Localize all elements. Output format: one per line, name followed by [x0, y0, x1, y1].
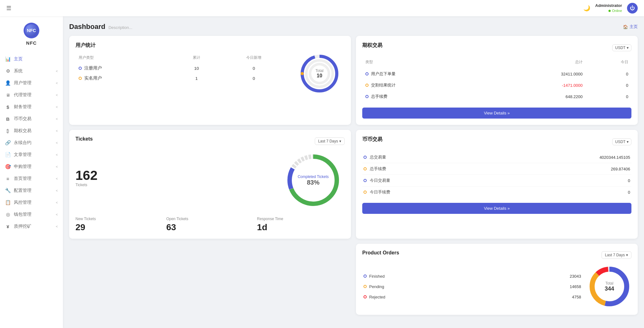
col-total: 累计: [175, 54, 219, 63]
main-content: Dashboard Description... 🏠 主页 用户统计: [63, 16, 644, 328]
response-time-val: 1d: [257, 222, 345, 232]
table-row: 实名用户 1 0: [76, 74, 289, 83]
sidebar-item-agent-mgmt[interactable]: 🖥 代理管理 <: [0, 89, 63, 101]
tickets-filter-label: Last 7 Days: [318, 139, 338, 143]
dark-mode-icon[interactable]: 🌙: [583, 5, 590, 12]
product-orders-time-filter[interactable]: Last 7 Days ▾: [602, 251, 631, 259]
options-currency-label: USDT: [615, 46, 625, 50]
options-total-3: 648.2200: [490, 91, 585, 102]
sidebar-item-mining[interactable]: ¥ 质押挖矿 <: [0, 220, 63, 232]
user-stats-table: 用户类型 累计 今日新增 注册: [75, 53, 289, 84]
coin-currency-select[interactable]: USDT ▾: [612, 138, 631, 145]
list-item: 总手续费 269.87406: [362, 163, 631, 175]
sidebar-label-wallet: 钱包管理: [14, 212, 56, 217]
options-col-today: 今日: [586, 58, 631, 68]
new-tickets-val: 29: [75, 222, 163, 232]
sidebar-item-perpetual[interactable]: 🔗 永续合约 <: [0, 137, 63, 149]
top-bar-right: 🌙 Administrator Online ⏻: [583, 3, 638, 14]
options-row-label: 用户总下单量: [371, 71, 396, 77]
product-orders-header: Product Orders Last 7 Days ▾: [362, 250, 631, 260]
chevron-icon: <: [56, 177, 58, 181]
tickets-pct: 83%: [298, 179, 329, 186]
menu-hamburger-icon[interactable]: ☰: [6, 5, 11, 12]
user-donut-container: Total 10: [299, 53, 340, 94]
tickets-count-label: Tickets: [75, 183, 275, 187]
dot-icon: [365, 95, 369, 98]
options-currency-select[interactable]: USDT ▾: [612, 44, 631, 51]
options-row-label: 交割结果统计: [371, 82, 396, 88]
perpetual-icon: 🔗: [5, 140, 11, 146]
home-breadcrumb-link[interactable]: 🏠 主页: [623, 24, 638, 30]
dot-orange-icon: [79, 77, 82, 80]
options-trading-card: 期权交易 USDT ▾ 类型 总计 今日: [356, 36, 638, 125]
top-bar: ☰ 🌙 Administrator Online ⏻: [0, 0, 644, 16]
sidebar-item-system[interactable]: ⚙ 系统 <: [0, 65, 63, 77]
product-orders-dropdown-icon: ▾: [626, 253, 628, 257]
risk-icon: 📋: [5, 200, 11, 205]
sidebar-logo: NFC NFC: [0, 23, 63, 46]
tickets-stat-response: Response Time 1d: [257, 217, 345, 232]
agent-mgmt-icon: 🖥: [5, 93, 11, 97]
open-tickets-label: Open Tickets: [166, 217, 254, 221]
coin-currency-label: USDT: [615, 140, 625, 144]
sidebar-item-subscription[interactable]: 🎯 申购管理 <: [0, 161, 63, 173]
sidebar-item-homepage-mgmt[interactable]: ≡ 首页管理 <: [0, 173, 63, 185]
sidebar-item-coin-trade[interactable]: B 币币交易 <: [0, 113, 63, 125]
sidebar-label-finance: 财务管理: [14, 104, 56, 110]
sidebar-label-mining: 质押挖矿: [14, 224, 56, 229]
subscription-icon: 🎯: [5, 164, 11, 170]
options-view-details-button[interactable]: View Details »: [362, 108, 631, 119]
sidebar-label-homepage: 首页管理: [14, 176, 56, 181]
table-row: 用户总下单量 32411.0000 0: [363, 69, 631, 79]
config-icon: 🔧: [5, 188, 11, 193]
dot-blue-icon: [364, 156, 367, 159]
chevron-icon: <: [56, 201, 58, 204]
sidebar-item-config-mgmt[interactable]: 🔧 配置管理 <: [0, 185, 63, 197]
mining-icon: ¥: [5, 224, 11, 229]
dot-orange-icon: [364, 167, 367, 170]
options-header: 期权交易 USDT ▾: [362, 42, 631, 53]
sidebar-item-risk-mgmt[interactable]: 📋 风控管理 <: [0, 197, 63, 208]
tickets-count: 162: [75, 168, 275, 183]
list-item: 今日手续费 0: [362, 186, 631, 198]
options-today-1: 0: [586, 69, 631, 79]
sidebar-item-article-mgmt[interactable]: 📄 文章管理 <: [0, 149, 63, 161]
coin-stat-today-volume-label: 今日交易量: [370, 178, 628, 183]
sidebar-label-options: 期权交易: [14, 128, 56, 134]
page-description: Description...: [108, 25, 132, 30]
tickets-footer: New Tickets 29 Open Tickets 63 Response …: [75, 217, 345, 232]
tickets-inner: 162 Tickets: [75, 149, 345, 212]
product-orders-filter-label: Last 7 Days: [605, 253, 625, 257]
options-today-2: 0: [586, 80, 631, 91]
sidebar-item-options-trade[interactable]: ₿ 期权交易 <: [0, 125, 63, 137]
coin-view-details-button[interactable]: View Details »: [362, 203, 631, 214]
chevron-icon: <: [56, 141, 58, 145]
sidebar-label-article: 文章管理: [14, 152, 56, 158]
sidebar-item-wallet-mgmt[interactable]: ◎ 钱包管理 <: [0, 208, 63, 220]
sidebar-item-home[interactable]: 📊 主页: [0, 53, 63, 65]
logo-text: NFC: [5, 40, 58, 46]
options-total-1: 32411.0000: [490, 69, 585, 79]
options-dropdown-icon: ▾: [627, 46, 629, 50]
wallet-icon: ◎: [5, 212, 11, 217]
tickets-header: Tickets Last 7 Days ▾: [75, 136, 345, 146]
col-today: 今日新增: [219, 54, 289, 63]
sidebar-label-perpetual: 永续合约: [14, 140, 56, 146]
tickets-dropdown-icon: ▾: [339, 139, 341, 143]
home-breadcrumb-icon: 🏠: [623, 25, 628, 29]
dot-blue-icon: [79, 67, 82, 70]
tickets-time-filter[interactable]: Last 7 Days ▾: [315, 137, 345, 145]
options-icon: ₿: [5, 128, 11, 134]
user-stats-card: 用户统计 用户类型 累计 今日新增: [69, 36, 351, 125]
product-orders-card: Product Orders Last 7 Days ▾ Finished: [356, 244, 638, 315]
tickets-donut-center: Completed Tickets 83%: [298, 175, 329, 186]
sidebar-item-user-mgmt[interactable]: 👤 用户管理 <: [0, 77, 63, 89]
sidebar-item-finance-mgmt[interactable]: $ 财务管理 <: [0, 101, 63, 113]
tickets-completed-label: Completed Tickets: [298, 175, 329, 179]
power-button[interactable]: ⏻: [627, 3, 638, 14]
list-item: Pending 14658: [362, 281, 582, 292]
layout: NFC NFC 📊 主页 ⚙ 系统 < 👤 用户管理 < 🖥 代理管理 < $ …: [0, 16, 644, 328]
user-info: Administrator Online: [595, 3, 622, 13]
tickets-stat-new: New Tickets 29: [75, 217, 163, 232]
list-item: Finished 23043: [362, 271, 582, 281]
